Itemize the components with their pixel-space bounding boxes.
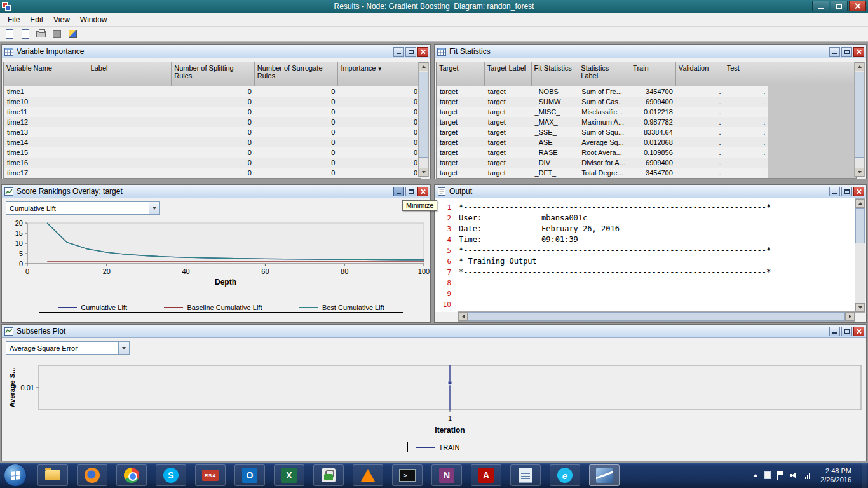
taskbar-password-safe[interactable] (309, 463, 348, 488)
horizontal-scrollbar[interactable] (458, 311, 855, 322)
taskbar-adobe-reader[interactable]: A (466, 463, 506, 488)
taskbar-firefox[interactable] (72, 463, 112, 488)
scroll-thumb[interactable] (855, 208, 865, 243)
taskbar-vlc[interactable] (348, 463, 388, 488)
taskbar-sas[interactable] (585, 463, 624, 488)
clock[interactable]: 2:48 PM 2/26/2016 (817, 466, 855, 484)
table-row[interactable]: targettarget_MISC_Misclassific...0.01221… (437, 107, 856, 117)
panel-close-button[interactable] (417, 47, 428, 57)
window-tile-icon[interactable] (50, 28, 64, 41)
column-header[interactable]: Target (437, 62, 485, 86)
table-row[interactable]: time10000 (4, 97, 421, 107)
scroll-thumb[interactable] (468, 312, 845, 321)
volume-icon[interactable] (790, 471, 799, 479)
score-metric-select[interactable]: Cumulative Lift (6, 201, 160, 215)
notification-icon[interactable] (764, 471, 771, 479)
close-button[interactable] (849, 1, 866, 11)
score-rankings-titlebar[interactable]: Score Rankings Overlay: target (2, 185, 430, 198)
panel-minimize-button[interactable] (829, 187, 840, 196)
table-row[interactable]: time14000 (4, 137, 421, 147)
column-header[interactable]: Importance ▼ (338, 62, 421, 86)
column-header[interactable]: Number of Splitting Rules (172, 62, 255, 86)
column-header[interactable]: Target Label (485, 62, 532, 86)
panel-maximize-button[interactable] (405, 187, 416, 196)
column-header[interactable]: Variable Name (4, 62, 88, 86)
run-icon[interactable] (66, 28, 79, 41)
column-header[interactable]: Label (88, 62, 172, 86)
output-text-area[interactable]: 1*--------------------------------------… (435, 198, 855, 312)
panel-minimize-button[interactable] (393, 187, 404, 196)
menu-edit[interactable]: Edit (25, 14, 48, 25)
column-header[interactable]: Fit Statistics (532, 62, 579, 86)
column-header[interactable]: Train (630, 62, 676, 86)
panel-minimize-button[interactable] (829, 47, 840, 57)
panel-close-button[interactable] (853, 187, 864, 196)
table-row[interactable]: time11000 (4, 107, 421, 117)
table-row[interactable]: targettarget_DIV_Divisor for A...6909400… (437, 158, 856, 168)
taskbar-outlook[interactable]: O (230, 463, 269, 488)
table-row[interactable]: time15000 (4, 147, 421, 158)
chevron-up-icon[interactable] (753, 474, 758, 477)
table-row[interactable]: time17000 (4, 168, 421, 178)
table-row[interactable]: time12000 (4, 117, 421, 127)
fit-statistics-titlebar[interactable]: Fit Statistics (435, 45, 866, 58)
panel-minimize-button[interactable] (393, 47, 404, 57)
new-document-icon[interactable] (3, 28, 16, 41)
start-button[interactable] (4, 464, 27, 487)
scroll-down-icon[interactable] (855, 168, 864, 177)
table-row[interactable]: time1000 (4, 86, 421, 97)
scroll-thumb[interactable] (855, 72, 864, 158)
scroll-right-icon[interactable] (845, 312, 855, 321)
scroll-thumb[interactable] (419, 72, 428, 158)
taskbar-excel[interactable]: X (269, 463, 309, 488)
panel-maximize-button[interactable] (841, 47, 852, 57)
vertical-scrollbar[interactable] (855, 198, 865, 313)
taskbar-rsa[interactable]: RSA (191, 463, 230, 488)
minimize-button[interactable] (812, 1, 829, 11)
table-row[interactable]: targettarget_NOBS_Sum of Fre...3454700.. (437, 86, 856, 97)
column-header[interactable]: Number of Surrogate Rules (255, 62, 339, 86)
output-titlebar[interactable]: Output (435, 185, 866, 198)
table-row[interactable]: targettarget_MAX_Maximum A...0.987782.. (437, 117, 856, 127)
variable-importance-titlebar[interactable]: Variable Importance (2, 45, 430, 58)
report-icon[interactable] (18, 28, 32, 41)
panel-minimize-button[interactable] (829, 327, 840, 336)
show-desktop-button[interactable] (862, 463, 867, 488)
table-row[interactable]: time16000 (4, 158, 421, 168)
taskbar-file-explorer[interactable] (33, 463, 72, 488)
subseries-titlebar[interactable]: Subseries Plot (2, 325, 866, 338)
panel-maximize-button[interactable] (841, 327, 852, 336)
scroll-down-icon[interactable] (419, 168, 428, 177)
panel-maximize-button[interactable] (841, 187, 852, 196)
chevron-down-icon[interactable] (149, 202, 159, 214)
table-row[interactable]: targettarget_ASE_Average Sq...0.012068.. (437, 137, 856, 147)
table-row[interactable]: targettarget_RASE_Root Avera...0.109856.… (437, 147, 856, 158)
taskbar-command-prompt[interactable]: >_ (388, 463, 427, 488)
print-icon[interactable] (34, 28, 48, 41)
panel-close-button[interactable] (853, 47, 864, 57)
column-header[interactable]: Validation (676, 62, 724, 86)
taskbar-ie-settings[interactable]: e (545, 463, 585, 488)
menu-window[interactable]: Window (75, 14, 112, 25)
action-center-flag-icon[interactable] (777, 471, 783, 480)
network-icon[interactable] (805, 472, 810, 479)
scroll-up-icon[interactable] (855, 62, 864, 71)
taskbar-skype[interactable]: S (151, 463, 191, 488)
scroll-down-icon[interactable] (855, 303, 865, 312)
table-row[interactable]: targettarget_SSE_Sum of Squ...83384.64.. (437, 127, 856, 137)
taskbar-chrome[interactable] (112, 463, 151, 488)
column-header[interactable]: Test (724, 62, 769, 86)
table-row[interactable]: targettarget_SUMW_Sum of Cas...6909400.. (437, 97, 856, 107)
panel-maximize-button[interactable] (405, 47, 416, 57)
panel-close-button[interactable] (853, 327, 864, 336)
subseries-metric-select[interactable]: Average Square Error (6, 341, 130, 355)
scroll-up-icon[interactable] (855, 199, 865, 208)
menu-view[interactable]: View (48, 14, 75, 25)
scroll-left-icon[interactable] (458, 312, 468, 321)
taskbar-journal[interactable] (506, 463, 545, 488)
vertical-scrollbar[interactable] (418, 62, 429, 177)
table-row[interactable]: time13000 (4, 127, 421, 137)
panel-close-button[interactable] (417, 187, 428, 196)
column-header[interactable]: Statistics Label (578, 62, 630, 86)
scroll-up-icon[interactable] (419, 62, 428, 71)
